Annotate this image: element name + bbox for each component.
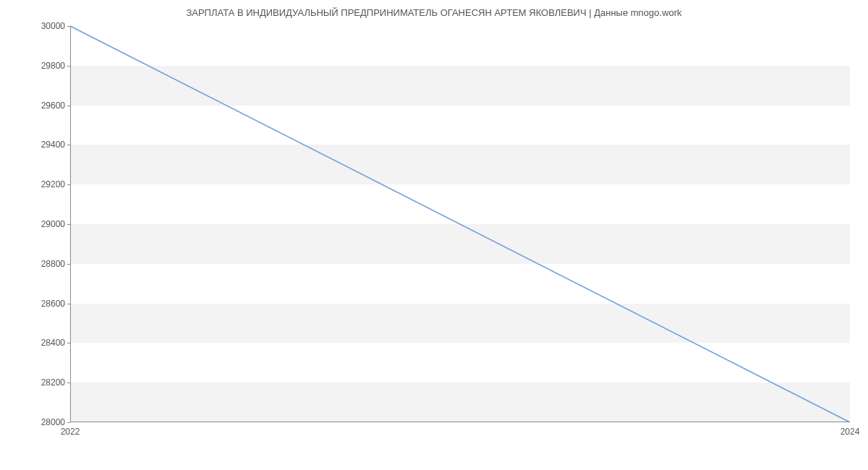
line-svg [70, 26, 850, 422]
y-tick-label: 29800 [29, 61, 65, 71]
y-tick-label: 29000 [29, 219, 65, 229]
y-tick-mark [67, 184, 70, 185]
y-tick-label: 29600 [29, 101, 65, 111]
y-tick-label: 28400 [29, 338, 65, 348]
y-tick-label: 28000 [29, 417, 65, 427]
x-tick-label: 2022 [61, 427, 80, 437]
y-tick-mark [67, 26, 70, 27]
y-tick-label: 29200 [29, 179, 65, 189]
y-tick-label: 28800 [29, 259, 65, 269]
data-line [70, 26, 850, 422]
chart-title: ЗАРПЛАТА В ИНДИВИДУАЛЬНЫЙ ПРЕДПРИНИМАТЕЛ… [0, 0, 868, 22]
y-tick-mark [67, 422, 70, 423]
y-tick-label: 29400 [29, 140, 65, 150]
y-tick-label: 28200 [29, 377, 65, 388]
y-tick-mark [67, 66, 70, 67]
y-tick-mark [67, 145, 70, 145]
x-tick-label: 2024 [841, 427, 860, 437]
y-tick-mark [67, 106, 70, 106]
y-tick-mark [67, 224, 70, 225]
y-tick-label: 30000 [29, 21, 65, 31]
plot-area [70, 26, 850, 422]
y-tick-mark [67, 304, 70, 304]
y-tick-label: 28600 [29, 299, 65, 309]
y-tick-mark [67, 343, 70, 343]
y-tick-mark [67, 264, 70, 265]
y-tick-mark [67, 383, 70, 383]
